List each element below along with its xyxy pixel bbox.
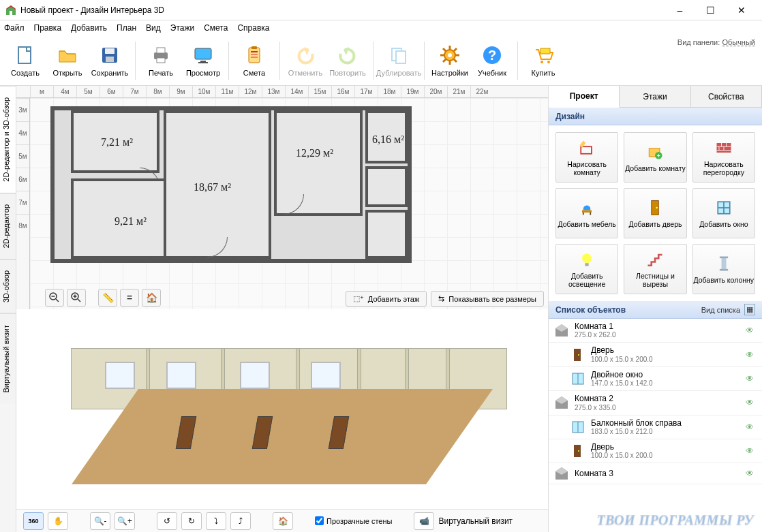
rotate-right-button[interactable]: ↻ xyxy=(181,512,202,530)
menu-Этажи[interactable]: Этажи xyxy=(170,23,194,33)
svg-rect-3 xyxy=(106,57,114,62)
zoom-out-3d-button[interactable]: 🔍- xyxy=(90,512,110,530)
estimate-button[interactable]: Смета xyxy=(233,41,275,80)
object-1[interactable]: Дверь100.0 x 15.0 x 200.0👁 xyxy=(549,343,762,366)
object-0[interactable]: Комната 1275.0 x 262.0👁 xyxy=(549,319,762,343)
side-tab-1[interactable]: 2D-редактор xyxy=(0,193,16,259)
print-button[interactable]: Печать xyxy=(140,41,182,80)
add-window-button[interactable]: Добавить окно xyxy=(692,188,755,238)
add-light-button[interactable]: Добавить освещение xyxy=(555,244,618,294)
object-5[interactable]: Дверь100.0 x 15.0 x 200.0👁 xyxy=(549,439,762,463)
object-6[interactable]: Комната 3👁 xyxy=(549,463,762,484)
visibility-icon[interactable]: 👁 xyxy=(746,374,757,384)
zoom-out-button[interactable] xyxy=(45,289,64,307)
list-view-toggle[interactable]: Вид списка xyxy=(701,306,740,314)
panel-mode-value[interactable]: Обычный xyxy=(722,38,755,46)
room-icon xyxy=(554,395,569,410)
room-2[interactable]: 18,67 м² xyxy=(164,110,271,259)
transparent-walls-checkbox[interactable]: Прозрачные стены xyxy=(315,516,392,525)
menu-Справка[interactable]: Справка xyxy=(237,23,269,33)
room-3[interactable]: 12,29 м² xyxy=(274,110,363,216)
stairs-button[interactable]: Лестницы и вырезы xyxy=(624,244,686,294)
list-view-icon[interactable]: ▦ xyxy=(744,304,755,315)
right-panel: ПроектЭтажиСвойства Дизайн Нарисовать ко… xyxy=(548,86,762,532)
rp-tab-Проект[interactable]: Проект xyxy=(549,86,620,108)
object-4[interactable]: Балконный блок справа183.0 x 15.0 x 212.… xyxy=(549,416,762,439)
pan-button[interactable]: ✋ xyxy=(48,512,68,530)
visibility-icon[interactable]: 👁 xyxy=(746,326,757,335)
visibility-icon[interactable]: 👁 xyxy=(746,398,757,407)
svg-point-58 xyxy=(582,253,592,263)
room-1[interactable]: 7,21 м² xyxy=(71,110,159,173)
menu-Смета[interactable]: Смета xyxy=(204,23,228,33)
rp-tab-Свойства[interactable]: Свойства xyxy=(691,86,762,107)
zoom-in-button[interactable] xyxy=(67,289,86,307)
preview-button[interactable]: Просмотр xyxy=(182,41,224,80)
svg-rect-69 xyxy=(574,445,581,457)
redo-icon xyxy=(337,44,359,66)
visibility-icon[interactable]: 👁 xyxy=(746,469,757,478)
zoom-in-3d-button[interactable]: 🔍+ xyxy=(115,512,135,530)
floor-plan[interactable]: 7,21 м² 9,21 м² 18,67 м² 12,29 м² 6,16 м… xyxy=(30,98,548,309)
svg-point-54 xyxy=(656,207,658,209)
room-5[interactable]: 6,16 м² xyxy=(365,110,408,163)
add-door-button[interactable]: Добавить дверь xyxy=(624,188,686,238)
window-icon xyxy=(570,371,585,386)
menu-Файл[interactable]: Файл xyxy=(4,23,25,33)
add-floor-button[interactable]: ⬚⁺Добавить этаж xyxy=(346,291,427,307)
create-button[interactable]: Создать xyxy=(4,41,46,80)
add-column-button[interactable]: Добавить колонну xyxy=(692,244,755,294)
tilt-up-button[interactable]: ⤴ xyxy=(230,512,251,530)
side-tab-2[interactable]: 3D-обзор xyxy=(0,259,16,313)
draw-room-button[interactable]: Нарисовать комнату xyxy=(555,132,618,183)
rotate-left-button[interactable]: ↺ xyxy=(157,512,177,530)
close-button[interactable]: ✕ xyxy=(726,0,757,20)
align-button[interactable]: = xyxy=(120,289,139,307)
menu-План[interactable]: План xyxy=(117,23,136,33)
room-wc[interactable] xyxy=(365,166,408,207)
buy-button[interactable]: Купить xyxy=(522,41,564,80)
object-2[interactable]: Двойное окно147.0 x 15.0 x 142.0👁 xyxy=(549,367,762,391)
add-room-button[interactable]: +Добавить комнату xyxy=(624,132,686,183)
settings-button[interactable]: Настройки xyxy=(429,41,471,80)
menu-Добавить[interactable]: Добавить xyxy=(71,23,107,33)
copy-icon xyxy=(388,44,410,66)
wall-icon xyxy=(714,138,733,157)
undo-icon xyxy=(294,44,316,66)
room-bath[interactable] xyxy=(365,210,408,259)
minimize-button[interactable]: – xyxy=(665,0,695,20)
help-button[interactable]: ?Учебник xyxy=(471,41,513,80)
rotate-360-button[interactable]: 360 xyxy=(23,512,44,530)
svg-point-29 xyxy=(540,61,543,63)
menu-Вид[interactable]: Вид xyxy=(146,23,161,33)
visibility-icon[interactable]: 👁 xyxy=(746,350,757,360)
rp-tab-Этажи[interactable]: Этажи xyxy=(620,86,690,107)
svg-rect-6 xyxy=(157,58,165,63)
object-3[interactable]: Комната 2275.0 x 335.0👁 xyxy=(549,391,762,415)
visibility-icon[interactable]: 👁 xyxy=(746,422,757,432)
svg-line-23 xyxy=(443,48,446,51)
reset-view-button[interactable]: 🏠 xyxy=(273,512,293,530)
svg-rect-11 xyxy=(252,46,257,49)
svg-rect-39 xyxy=(581,146,592,154)
measure-button[interactable]: 📏 xyxy=(98,289,117,307)
view-3d[interactable] xyxy=(16,309,548,509)
add-furniture-button[interactable]: Добавить мебель xyxy=(555,188,618,238)
menu-Правка[interactable]: Правка xyxy=(34,23,62,33)
maximize-button[interactable]: ☐ xyxy=(695,0,726,20)
draw-wall-button[interactable]: Нарисовать перегородку xyxy=(692,132,755,183)
svg-point-70 xyxy=(578,450,579,452)
side-tab-0[interactable]: 2D-редактор и 3D-обзор xyxy=(0,86,16,193)
svg-rect-63 xyxy=(574,349,581,361)
home-button[interactable]: 🏠 xyxy=(142,289,161,307)
tilt-down-button[interactable]: ⤵ xyxy=(206,512,226,530)
save-button[interactable]: Сохранить xyxy=(89,41,131,80)
virtual-visit-label[interactable]: Виртуальный визит xyxy=(438,516,513,526)
window-icon xyxy=(570,420,585,435)
camera-button[interactable]: 📹 xyxy=(414,512,434,530)
side-tab-3[interactable]: Виртуальный визит xyxy=(0,313,16,404)
add-room-icon: + xyxy=(645,142,665,161)
visibility-icon[interactable]: 👁 xyxy=(746,446,757,456)
open-button[interactable]: Открыть xyxy=(46,41,89,80)
show-dims-button[interactable]: ⇆Показывать все размеры xyxy=(431,291,544,307)
